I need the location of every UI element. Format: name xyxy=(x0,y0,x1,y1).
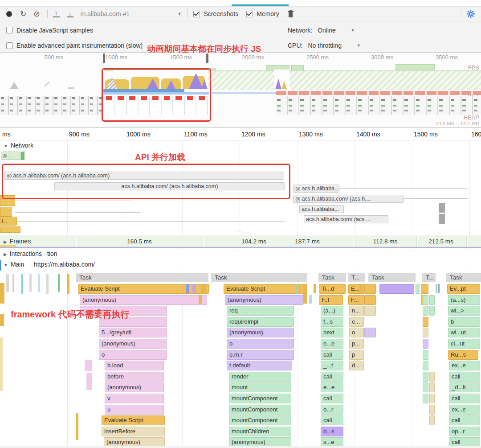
flame-bar[interactable]: s...e xyxy=(321,437,343,446)
flame-bar[interactable]: call xyxy=(449,437,480,446)
flame-bar[interactable]: Evaluate Script xyxy=(102,415,165,425)
expand-triangle-icon[interactable]: ▶ xyxy=(4,239,7,244)
flame-bar[interactable]: cl...ut xyxy=(448,339,480,349)
network-mini-request[interactable]: I... xyxy=(0,217,17,226)
cpu-throttle-caret[interactable]: ▼ xyxy=(357,43,361,48)
flame-bar[interactable]: mountComponent xyxy=(229,394,291,403)
memory-checkbox[interactable] xyxy=(246,11,253,17)
flame-bar[interactable] xyxy=(429,405,435,415)
flame-bar[interactable]: o.m.r xyxy=(227,350,294,360)
flame-bar[interactable]: (anonymous) xyxy=(105,382,164,392)
flame-bar[interactable]: (anonymous) xyxy=(225,295,303,305)
network-throttle-value[interactable]: Online xyxy=(318,27,335,34)
flame-bar[interactable]: t.default xyxy=(227,361,292,370)
flame-bar[interactable]: (anonymous) xyxy=(104,437,165,446)
trash-icon[interactable] xyxy=(287,10,294,18)
flame-bar[interactable]: o xyxy=(349,328,364,337)
flame-bar[interactable] xyxy=(423,284,428,294)
network-request-bar[interactable]: acs.h.alibaba.com/ (acs.h.alibaba.com) xyxy=(54,182,285,190)
collapse-triangle-icon[interactable]: ▼ xyxy=(4,144,8,148)
flame-bar[interactable]: (anonymous) xyxy=(80,295,207,305)
flame-bar[interactable] xyxy=(423,328,428,337)
flame-bar[interactable] xyxy=(423,394,428,403)
flame-bar[interactable]: before xyxy=(105,372,164,382)
filmstrip-left[interactable] xyxy=(0,96,103,115)
flame-bar[interactable]: mountComponent xyxy=(229,415,291,425)
settings-gear-icon[interactable] xyxy=(467,10,475,18)
flame-bar[interactable]: mountChildren xyxy=(229,427,291,436)
flame-bar[interactable]: u xyxy=(105,405,164,415)
network-request-bar[interactable]: ◎ acs.h.alibaba.com/ (acs.h.... xyxy=(293,195,404,203)
screenshots-checkbox[interactable] xyxy=(193,11,200,17)
flame-bar[interactable]: v xyxy=(105,394,164,403)
flame-bar[interactable]: n... xyxy=(349,306,364,316)
flame-bar[interactable]: b.load xyxy=(105,361,164,370)
save-profile-icon[interactable]: ↓ xyxy=(67,11,73,17)
frames-section-header[interactable]: ▶Frames xyxy=(4,238,31,245)
collapse-triangle-icon[interactable]: ▼ xyxy=(4,263,8,267)
flame-bar[interactable]: 5.../grey/util xyxy=(99,328,167,337)
flame-bar[interactable]: Ru...s xyxy=(448,350,478,360)
flame-bar[interactable]: next xyxy=(321,328,343,337)
profile-select-caret[interactable]: ▼ xyxy=(178,12,182,16)
profile-select[interactable]: m.alibaba.com #1 xyxy=(81,10,178,17)
flame-bar[interactable]: F... xyxy=(348,295,364,305)
flame-bar[interactable] xyxy=(364,295,376,305)
clear-icon[interactable]: ⊘ xyxy=(33,10,40,18)
flame-bar[interactable]: e...e xyxy=(321,339,343,349)
paint-instrumentation-label[interactable]: Enable advanced paint instrumentation (s… xyxy=(16,42,143,49)
flame-bar[interactable] xyxy=(423,382,428,392)
flame-bar[interactable] xyxy=(416,284,420,294)
flame-bar[interactable]: call xyxy=(449,372,480,382)
disable-js-label[interactable]: Disable JavaScript samples xyxy=(16,27,93,34)
flame-bar[interactable]: call xyxy=(449,415,480,425)
flame-bar[interactable]: mountComponent xyxy=(229,405,291,415)
flame-bar[interactable]: render xyxy=(229,372,291,382)
flame-bar[interactable]: o xyxy=(99,350,167,360)
flame-bar[interactable]: (anonymous) xyxy=(229,437,291,446)
flame-bar[interactable] xyxy=(379,284,414,294)
flame-chart[interactable]: TaskEvaluate Script(anonymous)e5.../grey… xyxy=(0,271,481,446)
frames-section[interactable]: ▶Frames 160.5 ms104.2 ms187.7 ms112.8 ms… xyxy=(0,236,481,247)
flame-bar[interactable]: d... xyxy=(349,361,364,370)
flame-bar[interactable]: Evaluate Script xyxy=(224,284,305,294)
network-request-bar[interactable]: acs.h.alibaba.com/ (acs.... xyxy=(304,215,388,223)
network-request-chip[interactable]: ◎ ... xyxy=(1,152,20,160)
flame-bar[interactable] xyxy=(364,306,376,316)
flame-bar[interactable]: (anonymous) xyxy=(99,339,167,349)
expand-triangle-icon[interactable]: ▶ xyxy=(4,252,7,257)
main-thread-header[interactable]: ▼Main — https://m.alibaba.com/ xyxy=(4,261,95,268)
record-button[interactable] xyxy=(6,11,12,17)
flame-bar[interactable]: wi...ut xyxy=(448,328,480,337)
flame-bar[interactable]: b xyxy=(448,317,480,327)
screenshots-label[interactable]: Screenshots xyxy=(204,10,238,17)
flame-bar[interactable] xyxy=(429,306,435,316)
flame-bar[interactable]: call xyxy=(449,394,480,403)
flame-bar[interactable] xyxy=(423,372,428,382)
network-request-bar[interactable]: acs.h.alibaba... xyxy=(299,205,344,213)
flame-bar[interactable]: mount xyxy=(229,382,291,392)
flame-bar[interactable]: e...e xyxy=(321,382,343,392)
interactions-section-header[interactable]: ▶Interactions tion xyxy=(4,250,57,257)
flame-bar[interactable]: call xyxy=(321,350,343,360)
paint-instrumentation-checkbox[interactable] xyxy=(6,42,13,49)
flame-bar[interactable]: (a...s) xyxy=(448,295,480,305)
memory-label[interactable]: Memory xyxy=(257,10,279,17)
flame-bar[interactable] xyxy=(423,339,428,349)
flame-bar[interactable]: ex...e xyxy=(449,405,480,415)
flame-bar[interactable]: call xyxy=(321,372,343,382)
network-request-bar[interactable]: ◎ acs.h.alibaba... xyxy=(293,185,339,193)
flame-bar[interactable]: f...s xyxy=(321,317,343,327)
selection-handle-right[interactable] xyxy=(206,53,208,63)
flame-bar[interactable] xyxy=(429,372,435,382)
flame-bar[interactable]: call xyxy=(321,415,343,425)
network-section-header[interactable]: ▼Network xyxy=(4,142,33,149)
flame-bar[interactable]: p... xyxy=(349,339,364,349)
flame-bar[interactable]: F..l xyxy=(319,295,343,305)
flame-bar[interactable]: o xyxy=(227,339,294,349)
flame-bar[interactable] xyxy=(429,382,435,392)
flame-bar[interactable]: o...s xyxy=(321,427,343,436)
flame-bar[interactable]: req xyxy=(227,306,294,316)
flame-bar[interactable]: Ev...pt xyxy=(447,284,480,294)
flame-bar[interactable]: (anonymous) xyxy=(227,328,294,337)
